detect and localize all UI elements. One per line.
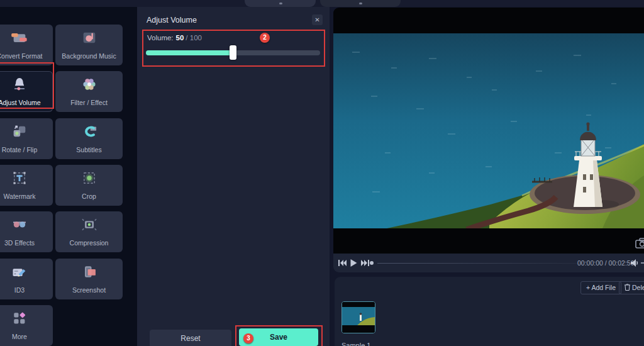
- plus-icon: +: [586, 284, 590, 291]
- tab-dot-icon: [279, 3, 282, 4]
- watermark-icon: [11, 169, 28, 187]
- progress-bar[interactable]: [377, 263, 580, 264]
- sidebar-item-id3[interactable]: ID3: [0, 259, 53, 299]
- top-bar: [0, 0, 644, 7]
- convert-format-icon: [11, 29, 28, 47]
- sidebar-item-crop[interactable]: Crop: [55, 165, 123, 206]
- toolbox-sidebar: Convert Format Background Music Adjust V…: [0, 7, 137, 346]
- close-icon[interactable]: ✕: [312, 14, 323, 25]
- sidebar-item-3d-effects[interactable]: 3D Effects: [0, 211, 53, 252]
- rotate-flip-icon: [11, 123, 28, 140]
- add-file-button[interactable]: + Add File: [580, 281, 621, 294]
- crop-icon: [80, 169, 98, 187]
- sidebar-item-adjust-volume[interactable]: Adjust Volume: [0, 71, 53, 112]
- play-icon[interactable]: [350, 259, 357, 267]
- playback-controls-bar: 00:00:00 / 00:02:59: [333, 254, 644, 272]
- trash-icon: [625, 284, 630, 291]
- tab-dot-icon: [359, 3, 362, 4]
- time-display: 00:00:00 / 00:02:59: [577, 259, 635, 267]
- sidebar-item-filter-effect[interactable]: Filter / Effect: [55, 71, 123, 112]
- skip-back-icon[interactable]: [338, 259, 347, 267]
- top-tab-partial-1[interactable]: [245, 0, 316, 7]
- snapshot-camera-icon[interactable]: [635, 238, 644, 248]
- 3d-glasses-icon: [11, 216, 28, 233]
- top-tab-partial-2[interactable]: [320, 0, 401, 7]
- volume-mini-slider[interactable]: [641, 262, 644, 264]
- compression-icon: [80, 216, 98, 233]
- filter-effect-icon: [80, 75, 98, 93]
- video-frame-scene: [333, 33, 644, 228]
- volume-current-value: 50: [176, 34, 184, 42]
- id3-tag-icon: [11, 263, 28, 281]
- sidebar-item-subtitles[interactable]: Subtitles: [55, 118, 123, 159]
- speaker-icon[interactable]: [630, 259, 639, 267]
- screenshot-icon: [80, 263, 98, 281]
- sidebar-item-convert-format[interactable]: Convert Format: [0, 25, 53, 65]
- subtitles-icon: [80, 123, 98, 140]
- adjust-volume-bell-icon: [11, 75, 28, 93]
- thumbnail-image: [342, 302, 375, 333]
- background-music-icon: [80, 29, 98, 47]
- video-thumbnail[interactable]: [341, 301, 375, 333]
- sidebar-item-background-music[interactable]: Background Music: [55, 25, 123, 65]
- more-grid-icon: [11, 310, 28, 327]
- delete-button[interactable]: Delete: [619, 281, 644, 294]
- panel-title: Adjust Volume: [147, 16, 197, 25]
- app-window: Convert Format Background Music Adjust V…: [0, 0, 644, 346]
- skip-forward-icon[interactable]: [361, 259, 369, 267]
- reset-button[interactable]: Reset: [150, 330, 231, 346]
- file-list-panel: + Add File Delete Sample 1: [335, 277, 644, 346]
- volume-slider-track[interactable]: [146, 50, 320, 55]
- annotation-badge-3: 3: [243, 333, 253, 343]
- sidebar-item-screenshot[interactable]: Screenshot: [55, 259, 123, 299]
- annotation-badge-2: 2: [260, 33, 270, 43]
- sidebar-item-compression[interactable]: Compression: [55, 211, 123, 252]
- sidebar-item-watermark[interactable]: Watermark: [0, 165, 53, 206]
- volume-slider-handle[interactable]: [230, 45, 236, 60]
- volume-slider-fill: [146, 50, 233, 55]
- sidebar-item-rotate-flip[interactable]: Rotate / Flip: [0, 118, 53, 159]
- progress-handle[interactable]: [370, 261, 374, 265]
- sidebar-item-more[interactable]: More: [0, 305, 53, 346]
- volume-value-label: Volume:50/ 100: [147, 34, 202, 42]
- video-preview[interactable]: [333, 8, 644, 254]
- file-name-label: Sample 1: [341, 342, 370, 346]
